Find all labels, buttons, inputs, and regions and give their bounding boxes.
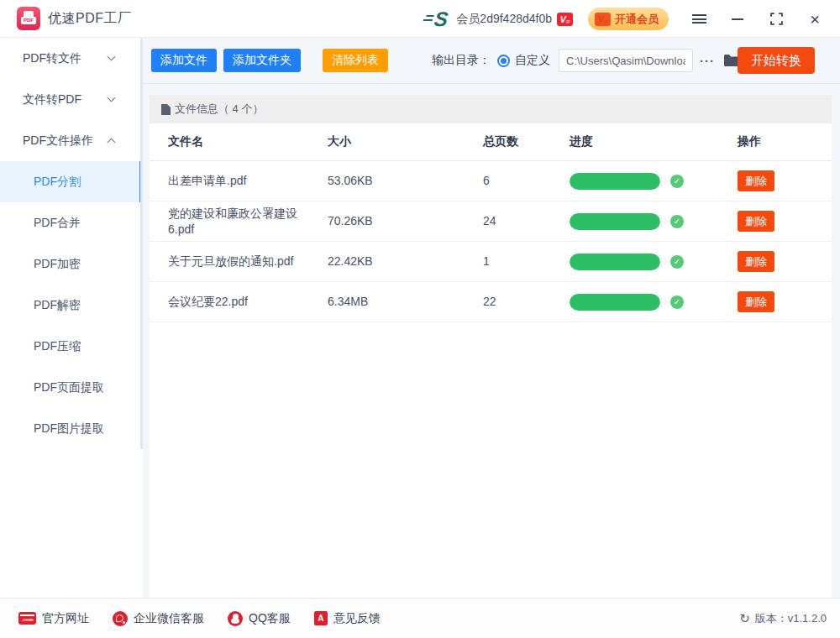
file-info-text: 文件信息（ 4 个） — [175, 102, 263, 117]
wechat-icon — [113, 611, 128, 626]
file-name: 出差申请单.pdf — [168, 173, 328, 189]
delete-button[interactable]: 删除 — [738, 251, 774, 272]
add-folder-button[interactable]: 添加文件夹 — [223, 49, 301, 72]
open-vip-label: 开通会员 — [615, 12, 659, 27]
sidebar-group-pdf-to-file[interactable]: PDF转文件 — [0, 38, 143, 79]
wechat-support-link[interactable]: 企业微信客服 — [113, 611, 204, 626]
hamburger-icon — [692, 14, 706, 24]
member-name: 会员2d9f428d4f0b — [456, 12, 552, 27]
sidebar-group-file-to-pdf[interactable]: 文件转PDF — [0, 79, 143, 120]
progress-bar — [570, 213, 660, 230]
clear-list-button[interactable]: 清除列表 — [323, 49, 388, 72]
chevron-down-icon — [108, 94, 116, 102]
minimize-button[interactable] — [729, 11, 746, 28]
document-icon — [161, 104, 171, 115]
item-label: PDF页面提取 — [34, 380, 104, 395]
toolbar: 添加文件 添加文件夹 清除列表 输出目录： 自定义 ··· 开始转换 — [143, 38, 840, 84]
titlebar: PDF 优速PDF工厂 S 会员2d9f428d4f0b VIP VIP 开通会… — [0, 0, 840, 38]
link-label: 意见反馈 — [333, 611, 381, 626]
table-row: 会议纪要22.pdf 6.34MB 22 ✓ 删除 — [150, 282, 832, 322]
custom-radio-label: 自定义 — [515, 53, 550, 68]
chevron-down-icon — [108, 53, 116, 61]
progress-cell: ✓ — [570, 294, 738, 311]
add-file-button[interactable]: 添加文件 — [151, 49, 217, 72]
item-label: PDF分割 — [34, 175, 81, 190]
vip-icon: VIP — [595, 13, 611, 26]
menu-button[interactable] — [690, 11, 707, 28]
sidebar-item-pdf-compress[interactable]: PDF压缩 — [0, 326, 143, 367]
sidebar-item-pdf-image-extract[interactable]: PDF图片提取 — [0, 408, 143, 449]
progress-cell: ✓ — [570, 254, 738, 270]
col-pages: 总页数 — [483, 134, 570, 149]
sidebar-item-pdf-split[interactable]: PDF分割 — [0, 161, 143, 202]
version-area: ↻ 版本：v1.1.2.0 — [739, 611, 827, 626]
main-area: 添加文件 添加文件夹 清除列表 输出目录： 自定义 ··· 开始转换 文件信息（… — [143, 38, 840, 598]
check-icon: ✓ — [670, 215, 684, 228]
official-site-link[interactable]: .com 官方网址 — [18, 611, 89, 626]
browse-more-button[interactable]: ··· — [700, 54, 715, 68]
chevron-up-icon — [108, 138, 116, 146]
open-vip-button[interactable]: VIP 开通会员 — [588, 8, 669, 30]
start-convert-button[interactable]: 开始转换 — [738, 47, 815, 74]
feedback-link[interactable]: A 意见反馈 — [314, 611, 381, 626]
col-action: 操作 — [738, 134, 832, 149]
group-label: PDF文件操作 — [23, 133, 93, 149]
table-row: 出差申请单.pdf 53.06KB 6 ✓ 删除 — [150, 161, 832, 201]
file-pages: 1 — [483, 254, 570, 269]
version-label: 版本：v1.1.2.0 — [755, 611, 827, 626]
link-label: QQ客服 — [249, 611, 291, 626]
progress-bar — [570, 254, 660, 270]
progress-cell: ✓ — [570, 213, 738, 230]
item-label: PDF解密 — [34, 298, 81, 313]
feedback-icon: A — [314, 611, 328, 625]
user-avatar-icon[interactable]: S — [433, 9, 449, 29]
app-logo-icon: PDF — [17, 7, 40, 30]
col-filename: 文件名 — [168, 134, 328, 149]
file-name: 党的建设和廉政公署建设6.pdf — [168, 206, 328, 238]
maximize-icon — [770, 13, 783, 25]
col-size: 大小 — [328, 134, 483, 149]
file-panel: 文件信息（ 4 个） 文件名 大小 总页数 进度 操作 出差申请单.pdf 53… — [150, 95, 832, 625]
file-name: 会议纪要22.pdf — [168, 294, 328, 310]
file-pages: 6 — [483, 173, 570, 189]
output-path-input[interactable] — [559, 49, 693, 72]
footer: .com 官方网址 企业微信客服 QQ客服 A 意见反馈 ↻ 版本：v1.1.2… — [0, 598, 840, 638]
file-size: 6.34MB — [328, 294, 483, 310]
refresh-icon[interactable]: ↻ — [739, 611, 750, 626]
file-pages: 24 — [483, 213, 570, 229]
check-icon: ✓ — [670, 175, 684, 188]
file-name: 关于元旦放假的通知.pdf — [168, 254, 328, 269]
link-label: 官方网址 — [42, 611, 89, 626]
minimize-icon — [732, 18, 743, 20]
close-button[interactable]: × — [806, 11, 823, 28]
progress-cell: ✓ — [570, 173, 738, 190]
sidebar-group-pdf-operations[interactable]: PDF文件操作 — [0, 120, 143, 161]
custom-radio[interactable] — [497, 55, 510, 67]
file-size: 53.06KB — [328, 173, 483, 189]
delete-button[interactable]: 删除 — [738, 211, 774, 232]
progress-bar — [570, 173, 660, 190]
sidebar: PDF转文件 文件转PDF PDF文件操作 PDF分割 PDF合并 PDF加密 … — [0, 38, 143, 598]
group-label: PDF转文件 — [23, 51, 81, 66]
sidebar-item-pdf-merge[interactable]: PDF合并 — [0, 202, 143, 243]
delete-button[interactable]: 删除 — [738, 291, 774, 312]
file-size: 70.26KB — [328, 213, 483, 229]
maximize-button[interactable] — [768, 11, 785, 28]
table-header: 文件名 大小 总页数 进度 操作 — [150, 123, 832, 161]
sidebar-item-pdf-decrypt[interactable]: PDF解密 — [0, 285, 143, 326]
output-dir-label: 输出目录： — [432, 53, 491, 68]
table-row: 关于元旦放假的通知.pdf 22.42KB 1 ✓ 删除 — [150, 242, 832, 282]
qq-support-link[interactable]: QQ客服 — [228, 611, 291, 626]
sidebar-item-pdf-encrypt[interactable]: PDF加密 — [0, 243, 143, 285]
item-label: PDF加密 — [34, 257, 81, 272]
table-row: 党的建设和廉政公署建设6.pdf 70.26KB 24 ✓ 删除 — [150, 201, 832, 242]
file-size: 22.42KB — [328, 254, 483, 269]
check-icon: ✓ — [670, 295, 684, 309]
qq-icon — [228, 611, 243, 626]
sidebar-item-pdf-page-extract[interactable]: PDF页面提取 — [0, 367, 143, 408]
delete-button[interactable]: 删除 — [738, 170, 774, 191]
link-label: 企业微信客服 — [134, 611, 204, 626]
check-icon: ✓ — [670, 255, 684, 269]
col-progress: 进度 — [570, 134, 738, 149]
app-window: PDF 优速PDF工厂 S 会员2d9f428d4f0b VIP VIP 开通会… — [0, 0, 840, 638]
